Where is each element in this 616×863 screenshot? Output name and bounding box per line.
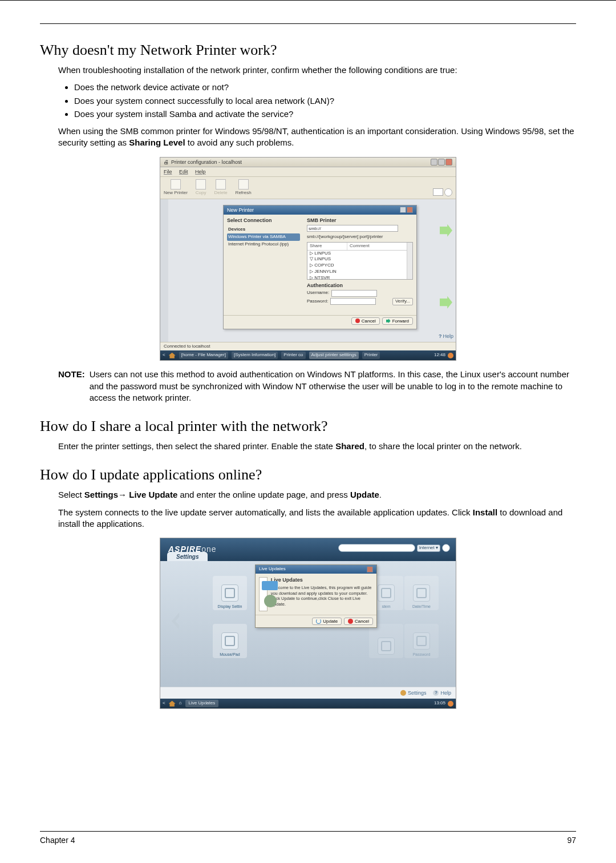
forward-button[interactable]: Forward	[382, 317, 413, 325]
search-icon[interactable]	[442, 544, 450, 552]
password-input[interactable]	[330, 298, 376, 305]
dialog-new-printer: New Printer Select Connection Devices Wi…	[223, 205, 417, 329]
next-arrow-icon[interactable]	[440, 296, 452, 309]
screenshot-live-updates: ASPIREone Internet ▾ Settings Display Se…	[160, 538, 456, 709]
sec3-line2: The system connects to the live update s…	[58, 507, 576, 530]
prev-page-icon[interactable]	[172, 612, 184, 630]
card-display-settings[interactable]: Display Settin	[213, 576, 247, 610]
help-link[interactable]: ?Help	[433, 689, 451, 696]
search-dropdown[interactable]	[433, 188, 443, 196]
screenshot-printer-config: 🖨 Printer configuration - localhost File…	[160, 157, 456, 361]
close-icon[interactable]	[445, 159, 452, 166]
help-icon: ?	[433, 690, 439, 696]
tab-settings[interactable]: Settings	[167, 552, 208, 562]
smb-printer-label: SMB Printer	[307, 217, 413, 224]
toolbar-new-printer[interactable]: New Printer	[164, 179, 188, 196]
taskbar-item[interactable]: [System Information]	[232, 352, 278, 359]
sec3-line1: Select Settings→ Live Update and enter t…	[58, 489, 576, 501]
help-button[interactable]: ?Help	[439, 333, 453, 340]
scrollbar[interactable]	[407, 243, 412, 279]
taskbar-item[interactable]: Adjust printer setttings	[309, 352, 359, 359]
window-controls[interactable]	[431, 159, 452, 166]
next-arrow-icon[interactable]	[440, 224, 452, 237]
toolbar-copy: Copy	[196, 179, 206, 196]
card-item[interactable]	[369, 624, 403, 658]
gear-icon	[400, 690, 406, 696]
power-icon[interactable]	[448, 701, 453, 707]
printer-icon: 🖨	[164, 159, 169, 166]
search-input[interactable]	[338, 544, 415, 552]
password-label: Password:	[307, 299, 328, 305]
dialog-title: Live Updates	[259, 566, 286, 572]
devices-label: Devices	[227, 226, 300, 233]
sec1-intro: When troubleshooting installation of the…	[58, 64, 576, 76]
menu-edit[interactable]: Edit	[179, 169, 188, 175]
settings-link[interactable]: Settings	[400, 689, 427, 696]
sec1-para-smb: When using the SMB common printer for Wi…	[58, 126, 576, 149]
heading-update-apps: How do I update applications online?	[40, 465, 576, 485]
taskbar-item[interactable]: Live Updates	[185, 700, 219, 707]
device-item-ipp[interactable]: Internet Printing Protocol (ipp)	[227, 241, 300, 248]
status-bar: Connected to localhost	[160, 342, 456, 351]
footer-page-number: 97	[567, 835, 576, 846]
update-button[interactable]: Update	[312, 618, 342, 625]
close-icon[interactable]	[367, 566, 373, 572]
cancel-button[interactable]: Cancel	[344, 618, 373, 625]
live-updates-dialog: Live Updates Live Updates Welcome to the…	[255, 564, 377, 628]
menubar[interactable]: File Edit Help	[160, 167, 456, 177]
smb-uri-hint: smb://[workgroup/]server[:port]/printer	[307, 234, 413, 240]
username-label: Username:	[307, 290, 329, 296]
verify-button[interactable]: Verify...	[392, 298, 413, 305]
card-password[interactable]: Password	[404, 624, 439, 658]
heading-share-printer: How do I share a local printer with the …	[40, 416, 576, 436]
footer-chapter: Chapter 4	[40, 835, 75, 846]
bullet-item: Does your system install Samba and activ…	[74, 108, 576, 120]
dialog-body: Welcome to the Live Updates, this progra…	[271, 585, 373, 607]
cancel-button[interactable]: Cancel	[351, 317, 380, 325]
note-label: NOTE:	[58, 369, 90, 404]
close-icon[interactable]	[407, 207, 413, 213]
window-title: Printer configuration - localhost	[171, 159, 242, 166]
bullet-item: Does the network device activate or not?	[74, 82, 576, 93]
home-icon[interactable]	[169, 353, 176, 358]
toolbar-refresh[interactable]: Refresh	[236, 179, 252, 196]
note-body: Users can not use this method to avoid a…	[90, 369, 576, 404]
smb-uri-input[interactable]: smb://	[307, 225, 398, 232]
card-date-time[interactable]: Date/Time	[404, 576, 439, 610]
wizard-image	[259, 577, 268, 611]
card-mouse-pad[interactable]: Mouse/Pad	[213, 624, 247, 658]
search-mode-dropdown[interactable]: Internet ▾	[417, 545, 440, 552]
power-icon[interactable]	[448, 353, 453, 358]
sec2-text: Enter the printer settings, then select …	[58, 441, 576, 452]
heading-network-printer: Why doesn't my Network Printer work?	[40, 40, 576, 60]
toolbar-delete: Delete	[214, 179, 227, 196]
sec1-bullet-list: Does the network device activate or not?…	[40, 82, 576, 120]
share-list[interactable]: ShareComment ▷ LINPUS ▽ LINPUS ▷ COPYCD …	[307, 242, 413, 280]
dialog-heading: Live Updates	[271, 577, 373, 583]
taskbar-item[interactable]: [home - File Manager]	[179, 352, 228, 359]
device-item-samba[interactable]: Windows Printer via SAMBA	[227, 233, 300, 241]
bullet-item: Does your system connect successfully to…	[74, 95, 576, 107]
select-connection-label: Select Connection	[227, 217, 300, 224]
taskbar-item[interactable]: Printer	[362, 352, 380, 359]
home-icon[interactable]	[169, 701, 176, 707]
dialog-title: New Printer	[227, 207, 254, 213]
menu-file[interactable]: File	[164, 169, 172, 175]
taskbar-item[interactable]: Printer co	[281, 352, 305, 359]
username-input[interactable]	[331, 290, 377, 297]
authentication-label: Authentication	[307, 282, 413, 289]
menu-help[interactable]: Help	[195, 169, 206, 175]
clock: 13:05	[434, 700, 445, 707]
clock: 12:48	[434, 352, 445, 358]
search-icon[interactable]	[444, 188, 452, 196]
